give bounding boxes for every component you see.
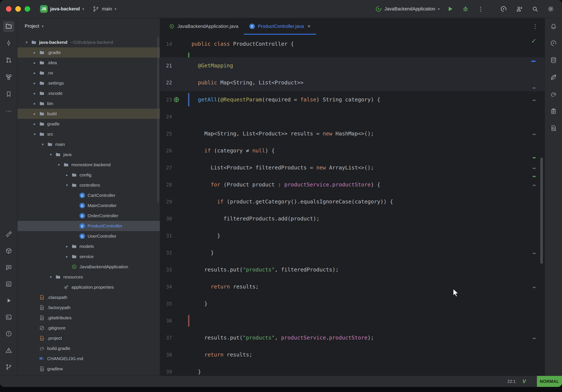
- tree-item-controllers[interactable]: ▾controllers: [17, 180, 160, 190]
- code-line-30[interactable]: 30 filteredProducts.add(product);: [160, 210, 545, 227]
- tree-chevron-icon[interactable]: ▸: [31, 60, 38, 65]
- tree-item-idea[interactable]: ▸.idea: [17, 58, 160, 68]
- code-text[interactable]: return results;: [191, 346, 252, 363]
- tab-productcontroller[interactable]: C ProductController.java ×: [244, 18, 316, 35]
- code-text[interactable]: filteredProducts.add(product);: [191, 210, 319, 227]
- code-line-26[interactable]: 26 if (category ≠ null) {: [160, 142, 545, 159]
- line-number[interactable]: 26: [160, 142, 172, 159]
- line-number[interactable]: 37: [160, 329, 172, 346]
- code-text[interactable]: }: [191, 244, 214, 261]
- tree-item-resources[interactable]: ▾resources: [17, 272, 160, 282]
- run-tool-button[interactable]: [3, 296, 14, 307]
- tree-item-gitignore[interactable]: .gitignore: [17, 323, 160, 333]
- notifications-tool-button[interactable]: [3, 345, 14, 356]
- tree-chevron-icon[interactable]: ▸: [63, 244, 70, 249]
- zoom-window-button[interactable]: [25, 6, 30, 12]
- code-line-29[interactable]: 29 if (product.getCategory().equalsIgnor…: [160, 193, 545, 210]
- tree-chevron-icon[interactable]: ▾: [47, 275, 54, 279]
- tree-item-build[interactable]: ▸build: [17, 109, 160, 119]
- close-tab-icon[interactable]: ×: [307, 23, 311, 30]
- close-window-button[interactable]: [6, 6, 12, 12]
- spring-tool-button[interactable]: [548, 72, 559, 83]
- code-line-21[interactable]: 21 @GetMapping: [160, 57, 545, 74]
- code-line-24[interactable]: 24: [160, 108, 545, 125]
- tree-item-service[interactable]: ▸service: [17, 251, 160, 262]
- code-line-28[interactable]: 28 for (Product product : productService…: [160, 176, 545, 193]
- search-everywhere-button[interactable]: [531, 5, 539, 13]
- tree-chevron-icon[interactable]: ▸: [31, 101, 38, 106]
- settings-button[interactable]: [547, 5, 555, 13]
- database-tool-button[interactable]: [548, 55, 559, 66]
- code-text[interactable]: Map<String, List<Product>> results = new…: [191, 125, 374, 142]
- code-line-27[interactable]: 27 List<Product> filteredProducts = new …: [160, 159, 545, 176]
- tree-item-productcontroller[interactable]: CProductController: [17, 221, 160, 231]
- more-tools-tool-button[interactable]: [3, 106, 14, 117]
- pull-requests-tool-button[interactable]: [3, 55, 14, 66]
- ai-assistant-button[interactable]: [500, 5, 508, 13]
- find-tool-button[interactable]: [548, 123, 559, 134]
- tree-chevron-icon[interactable]: ▸: [63, 254, 70, 259]
- tree-item-bin[interactable]: ▸bin: [17, 98, 160, 109]
- ai-chat-tool-button[interactable]: [3, 262, 14, 273]
- line-number[interactable]: 32: [160, 244, 172, 261]
- line-number[interactable]: 38: [160, 346, 172, 363]
- code-text[interactable]: getAll(@RequestParam(required = false) S…: [191, 91, 380, 108]
- tree-chevron-icon[interactable]: ▾: [23, 40, 30, 45]
- tab-options-icon[interactable]: ⋮: [532, 23, 538, 30]
- run-configuration-selector[interactable]: JavaBackendApplication ▾: [375, 6, 440, 12]
- tree-chevron-icon[interactable]: ▾: [63, 183, 70, 188]
- code-line-25[interactable]: 25 Map<String, List<Product>> results = …: [160, 125, 545, 142]
- debug-button[interactable]: [461, 4, 470, 14]
- code-text[interactable]: return results;: [191, 278, 259, 295]
- code-text[interactable]: public Map<String, List<Product>>: [191, 74, 304, 91]
- tree-item-monostore-backend[interactable]: ▾monostore.backend: [17, 160, 160, 170]
- commit-tool-button[interactable]: [3, 38, 14, 49]
- tree-chevron-icon[interactable]: ▾: [47, 153, 54, 157]
- code-line-38[interactable]: 38 return results;: [160, 346, 545, 363]
- code-line-39[interactable]: 39 }: [160, 363, 545, 376]
- tree-item-main[interactable]: ▾main: [17, 139, 160, 149]
- tree-item-vscode[interactable]: ▸.vscode: [17, 88, 160, 98]
- tree-chevron-icon[interactable]: ▾: [39, 142, 46, 147]
- tree-item-gitattributes[interactable]: .gitattributes: [17, 313, 160, 323]
- code-line-23[interactable]: 23 getAll(@RequestParam(required = false…: [160, 91, 545, 108]
- code-line-32[interactable]: 32 }: [160, 244, 545, 261]
- project-selector[interactable]: JB java-backend ▾: [40, 5, 84, 13]
- tree-item-maincontroller[interactable]: CMainController: [17, 201, 160, 211]
- bookmarks-tool-button[interactable]: [3, 89, 14, 100]
- tab-javabackendapplication[interactable]: JavaBackendApplication.java: [164, 18, 244, 35]
- tree-chevron-icon[interactable]: ▸: [31, 112, 38, 116]
- run-button[interactable]: [445, 4, 455, 14]
- caret-position[interactable]: 22:1: [507, 379, 516, 384]
- tree-item-models[interactable]: ▸models: [17, 241, 160, 251]
- line-number[interactable]: 39: [160, 363, 172, 376]
- code-text[interactable]: results.put("products", productService.p…: [191, 329, 374, 346]
- todo-tool-button[interactable]: [3, 279, 14, 290]
- code-line-34[interactable]: 34 return results;: [160, 278, 545, 295]
- notifications-tool-button[interactable]: [548, 21, 559, 32]
- terminal-tool-button[interactable]: [3, 312, 14, 323]
- tree-item-config[interactable]: ▸config: [17, 170, 160, 180]
- more-actions-icon[interactable]: ⋮: [476, 4, 485, 14]
- tree-item-project[interactable]: .project: [17, 333, 160, 343]
- code-line-35[interactable]: 35 }: [160, 295, 545, 312]
- minimize-window-button[interactable]: [15, 6, 21, 12]
- dependencies-tool-button[interactable]: [548, 106, 559, 117]
- code-line-14[interactable]: 14public class ProductController {: [160, 36, 545, 52]
- line-number[interactable]: 33: [160, 261, 172, 278]
- code-text[interactable]: }: [191, 363, 201, 376]
- services-tool-button[interactable]: [3, 246, 14, 257]
- build-tool-button[interactable]: [3, 229, 14, 240]
- line-number[interactable]: 25: [160, 125, 172, 142]
- rest-endpoint-icon[interactable]: [173, 96, 180, 104]
- code-text[interactable]: List<Product> filteredProducts = new Arr…: [191, 159, 374, 176]
- line-number[interactable]: 28: [160, 176, 172, 193]
- project-tool-button[interactable]: [3, 21, 14, 32]
- code-text[interactable]: public class ProductController {: [191, 36, 294, 52]
- tree-chevron-icon[interactable]: ▸: [31, 50, 38, 55]
- line-number[interactable]: 23: [160, 91, 172, 108]
- code-text[interactable]: results.put("products", filteredProducts…: [191, 261, 339, 278]
- tree-item-java-backend[interactable]: ▾java-backend~/Github/java-backend: [17, 37, 160, 48]
- tree-item-src[interactable]: ▾src: [17, 129, 160, 139]
- tree-item-gradle[interactable]: ▸gradle: [17, 119, 160, 129]
